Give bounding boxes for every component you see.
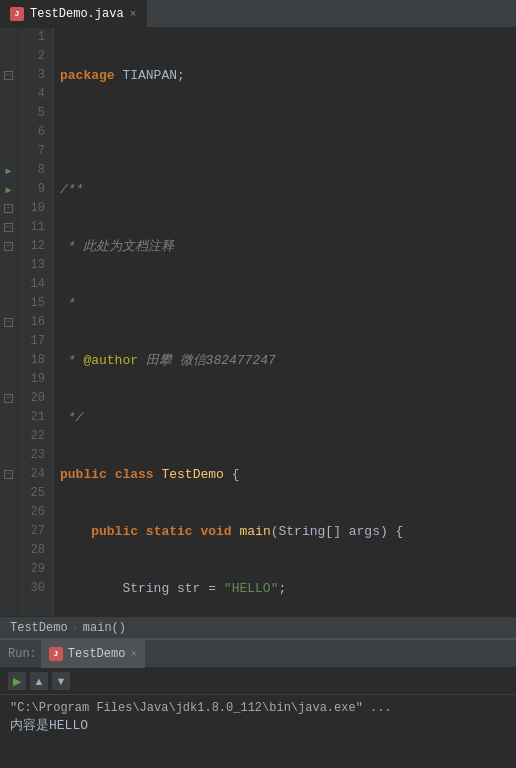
gutter-9: ▶	[0, 180, 17, 199]
run-label: Run:	[8, 647, 37, 661]
gutter-10: −	[0, 199, 17, 218]
breadcrumb-class: TestDemo	[10, 621, 68, 635]
run-tab-bar: Run: J TestDemo ×	[0, 640, 516, 668]
line-num-7: 7	[22, 142, 45, 161]
line-num-14: 14	[22, 275, 45, 294]
line-num-26: 26	[22, 503, 45, 522]
tab-bar: J TestDemo.java ×	[0, 0, 516, 28]
gutter-5	[0, 104, 17, 123]
line-num-27: 27	[22, 522, 45, 541]
fold-icon-10[interactable]: −	[4, 204, 13, 213]
run-panel: Run: J TestDemo × ▶ ▲ ▼ "C:\Program File…	[0, 638, 516, 738]
gutter: − ▶ ▶ − − − − − −	[0, 28, 18, 616]
gutter-1	[0, 28, 17, 47]
editor-area: − ▶ ▶ − − − − − −	[0, 28, 516, 616]
tab-filename: TestDemo.java	[30, 7, 124, 21]
code-line-1: package TIANPAN;	[60, 66, 516, 85]
code-content[interactable]: package TIANPAN; /** * 此处为文档注释 * * @auth…	[54, 28, 516, 616]
run-result: 内容是HELLO	[10, 717, 506, 735]
line-num-5: 5	[22, 104, 45, 123]
gutter-23	[0, 446, 17, 465]
line-num-13: 13	[22, 256, 45, 275]
line-num-9: 9	[22, 180, 45, 199]
gutter-29	[0, 560, 17, 579]
line-num-12: 12	[22, 237, 45, 256]
tab-close-icon[interactable]: ×	[130, 8, 137, 20]
gutter-21	[0, 408, 17, 427]
java-file-icon: J	[10, 7, 24, 21]
gutter-20: −	[0, 389, 17, 408]
fold-icon-16[interactable]: −	[4, 318, 13, 327]
line-num-19: 19	[22, 370, 45, 389]
line-num-18: 18	[22, 351, 45, 370]
line-num-1: 1	[22, 28, 45, 47]
gutter-19	[0, 370, 17, 389]
line-num-30: 30	[22, 579, 45, 598]
fold-icon-11[interactable]: −	[4, 223, 13, 232]
run-play-button[interactable]: ▶	[8, 672, 26, 690]
line-num-28: 28	[22, 541, 45, 560]
line-num-11: 11	[22, 218, 45, 237]
run-tab-close[interactable]: ×	[130, 648, 137, 660]
gutter-30	[0, 579, 17, 598]
run-output: "C:\Program Files\Java\jdk1.8.0_112\bin\…	[0, 695, 516, 739]
line-num-23: 23	[22, 446, 45, 465]
code-line-8: public class TestDemo {	[60, 465, 516, 484]
run-tab[interactable]: J TestDemo ×	[41, 640, 145, 668]
code-line-5: *	[60, 294, 516, 313]
line-num-17: 17	[22, 332, 45, 351]
run-java-icon: J	[49, 647, 63, 661]
line-num-20: 20	[22, 389, 45, 408]
gutter-6	[0, 123, 17, 142]
gutter-17	[0, 332, 17, 351]
code-line-10: String str = "HELLO";	[60, 579, 516, 598]
fold-icon-3[interactable]: −	[4, 71, 13, 80]
run-tab-name: TestDemo	[68, 647, 126, 661]
gutter-4	[0, 85, 17, 104]
fold-icon-20[interactable]: −	[4, 394, 13, 403]
line-num-22: 22	[22, 427, 45, 446]
line-num-21: 21	[22, 408, 45, 427]
code-line-7: */	[60, 408, 516, 427]
gutter-18	[0, 351, 17, 370]
run-arrow-8: ▶	[5, 165, 11, 177]
gutter-15	[0, 294, 17, 313]
line-numbers: 1 2 3 4 5 6 7 8 9 10 11 12 13 14 15 16 1…	[18, 28, 54, 616]
line-num-24: 24	[22, 465, 45, 484]
code-area: − ▶ ▶ − − − − − −	[0, 28, 516, 616]
code-line-9: public static void main(String[] args) {	[60, 522, 516, 541]
line-num-2: 2	[22, 47, 45, 66]
breadcrumb: TestDemo › main()	[0, 616, 516, 638]
line-num-16: 16	[22, 313, 45, 332]
line-num-15: 15	[22, 294, 45, 313]
gutter-11: −	[0, 218, 17, 237]
line-num-10: 10	[22, 199, 45, 218]
gutter-12: −	[0, 237, 17, 256]
line-num-4: 4	[22, 85, 45, 104]
gutter-28	[0, 541, 17, 560]
code-line-3: /**	[60, 180, 516, 199]
line-num-6: 6	[22, 123, 45, 142]
line-num-8: 8	[22, 161, 45, 180]
gutter-25	[0, 484, 17, 503]
run-controls: ▶ ▲ ▼	[0, 668, 516, 695]
line-num-25: 25	[22, 484, 45, 503]
code-line-6: * @author 田攀 微信382477247	[60, 351, 516, 370]
gutter-16: −	[0, 313, 17, 332]
run-down-button[interactable]: ▼	[52, 672, 70, 690]
gutter-27	[0, 522, 17, 541]
gutter-22	[0, 427, 17, 446]
gutter-24: −	[0, 465, 17, 484]
line-num-3: 3	[22, 66, 45, 85]
run-arrow-9: ▶	[5, 184, 11, 196]
run-up-button[interactable]: ▲	[30, 672, 48, 690]
gutter-13	[0, 256, 17, 275]
gutter-7	[0, 142, 17, 161]
fold-icon-24[interactable]: −	[4, 470, 13, 479]
breadcrumb-method: main()	[83, 621, 126, 635]
tab-testdemo-java[interactable]: J TestDemo.java ×	[0, 0, 147, 28]
breadcrumb-sep: ›	[72, 621, 79, 635]
line-num-29: 29	[22, 560, 45, 579]
gutter-2	[0, 47, 17, 66]
fold-icon-12[interactable]: −	[4, 242, 13, 251]
